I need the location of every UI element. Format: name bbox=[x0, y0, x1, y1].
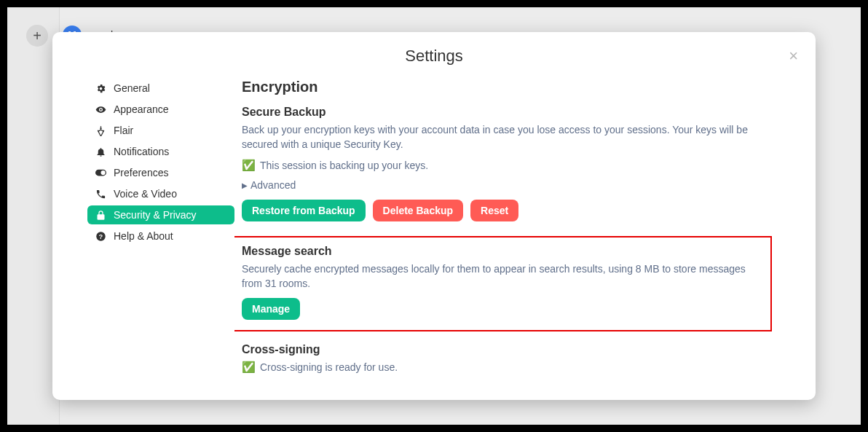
advanced-toggle[interactable]: ▶ Advanced bbox=[242, 179, 772, 191]
svg-text:?: ? bbox=[98, 232, 102, 240]
advanced-label: Advanced bbox=[250, 179, 296, 191]
chevron-right-icon: ▶ bbox=[242, 181, 248, 189]
nav-label: Voice & Video bbox=[114, 188, 177, 200]
manage-button[interactable]: Manage bbox=[242, 298, 300, 320]
nav-item-preferences[interactable]: Preferences bbox=[87, 163, 234, 182]
nav-item-general[interactable]: General bbox=[87, 79, 234, 98]
secure-backup-section: Secure Backup Back up your encryption ke… bbox=[242, 106, 772, 221]
page-heading: Encryption bbox=[242, 79, 772, 95]
backup-status: ✅ This session is backing up your keys. bbox=[242, 159, 772, 172]
close-button[interactable]: × bbox=[789, 47, 798, 66]
nav-item-security[interactable]: Security & Privacy bbox=[87, 205, 234, 224]
nav-item-flair[interactable]: Flair bbox=[87, 121, 234, 140]
close-icon: × bbox=[789, 47, 798, 65]
modal-body: General Appearance Flair Notifications bbox=[52, 71, 816, 400]
help-icon: ? bbox=[95, 231, 106, 242]
message-search-section: Message search Securely cache encrypted … bbox=[234, 236, 772, 331]
check-icon: ✅ bbox=[242, 361, 256, 374]
cross-signing-status-text: Cross-signing is ready for use. bbox=[260, 361, 398, 373]
eye-icon bbox=[95, 104, 106, 115]
svg-point-1 bbox=[100, 170, 105, 175]
phone-icon bbox=[95, 189, 106, 200]
backup-button-row: Restore from Backup Delete Backup Reset bbox=[242, 200, 772, 221]
modal-title: Settings bbox=[52, 32, 816, 71]
toggle-icon bbox=[95, 169, 106, 176]
secure-backup-description: Back up your encryption keys with your a… bbox=[242, 123, 772, 152]
message-search-title: Message search bbox=[242, 245, 763, 258]
gear-icon bbox=[95, 83, 106, 94]
nav-label: Help & About bbox=[114, 230, 173, 242]
nav-label: Notifications bbox=[114, 146, 169, 157]
nav-label: Security & Privacy bbox=[114, 209, 197, 221]
star-icon bbox=[95, 125, 106, 136]
restore-from-backup-button[interactable]: Restore from Backup bbox=[242, 200, 366, 221]
nav-item-voice-video[interactable]: Voice & Video bbox=[87, 184, 234, 203]
delete-backup-button[interactable]: Delete Backup bbox=[373, 200, 463, 221]
check-icon: ✅ bbox=[242, 159, 256, 172]
cross-signing-section: Cross-signing ✅ Cross-signing is ready f… bbox=[242, 343, 772, 374]
cross-signing-title: Cross-signing bbox=[242, 343, 772, 356]
message-search-description: Securely cache encrypted messages locall… bbox=[242, 262, 763, 291]
reset-button[interactable]: Reset bbox=[470, 200, 518, 221]
cross-signing-status: ✅ Cross-signing is ready for use. bbox=[242, 361, 772, 374]
nav-item-help[interactable]: ? Help & About bbox=[87, 227, 234, 246]
nav-item-notifications[interactable]: Notifications bbox=[87, 142, 234, 161]
nav-label: Appearance bbox=[114, 103, 169, 115]
nav-label: Preferences bbox=[114, 167, 168, 178]
settings-content: Encryption Secure Backup Back up your en… bbox=[234, 71, 816, 400]
bell-icon bbox=[95, 146, 106, 157]
lock-icon bbox=[95, 210, 106, 221]
nav-item-appearance[interactable]: Appearance bbox=[87, 100, 234, 119]
settings-nav: General Appearance Flair Notifications bbox=[52, 71, 234, 400]
nav-label: General bbox=[114, 82, 150, 94]
nav-label: Flair bbox=[114, 125, 133, 136]
secure-backup-title: Secure Backup bbox=[242, 106, 772, 119]
settings-modal: × Settings General Appearance Flair bbox=[52, 32, 816, 400]
backup-status-text: This session is backing up your keys. bbox=[260, 160, 428, 171]
